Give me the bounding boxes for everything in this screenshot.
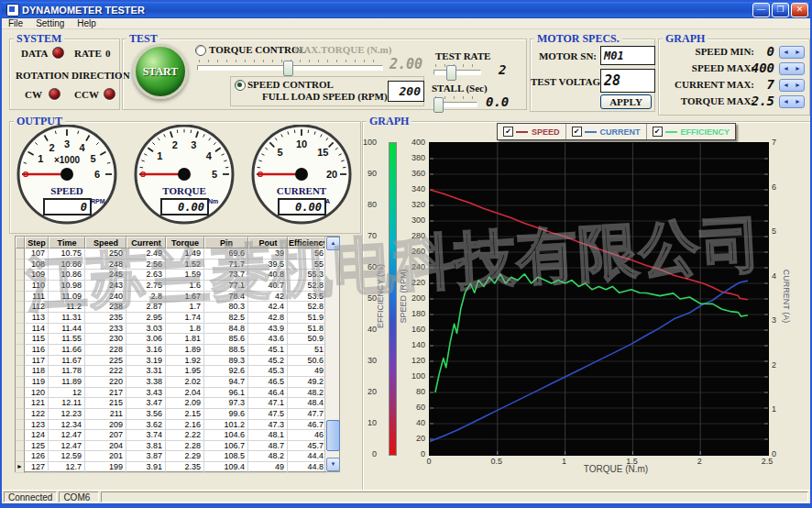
start-button[interactable]: START xyxy=(133,44,188,99)
spin-right-icon[interactable]: ► xyxy=(795,81,801,90)
title-bar[interactable]: DYNAMOMETER TESTER — ❐ ✕ xyxy=(2,2,810,18)
row-selector-cell[interactable] xyxy=(16,270,25,281)
setting-spinner[interactable]: ◄► xyxy=(779,79,805,92)
max-torque-slider[interactable] xyxy=(197,60,383,74)
test-voltage-input[interactable]: 28 xyxy=(600,69,655,93)
row-selector-cell[interactable] xyxy=(16,313,25,324)
table-row[interactable]: 11711.672253.191.9289.345.250.6 xyxy=(16,356,339,367)
stall-slider[interactable] xyxy=(433,96,477,111)
table-cell: 51.9 xyxy=(288,313,327,324)
max-torque-slider-thumb[interactable] xyxy=(283,61,293,76)
table-cell: 2.04 xyxy=(166,388,204,399)
column-header[interactable]: Step xyxy=(25,237,49,248)
row-selector-cell[interactable] xyxy=(16,248,25,260)
table-row[interactable]: 10710.752502.491.4969.63956 xyxy=(16,248,339,260)
minimize-icon[interactable]: — xyxy=(752,3,770,17)
setting-label: CURRENT MAX: xyxy=(659,79,754,90)
axis-tick-label: 0 xyxy=(772,449,790,458)
legend-checkbox[interactable]: ✔ xyxy=(572,127,582,137)
row-selector-cell[interactable] xyxy=(16,356,25,367)
torque-control-radio[interactable] xyxy=(195,45,206,56)
column-header[interactable]: Efficiency xyxy=(288,237,327,248)
legend-checkbox[interactable]: ✔ xyxy=(503,127,513,137)
row-selector-cell[interactable] xyxy=(16,345,25,356)
table-row[interactable]: 11811.782223.311.9592.645.349 xyxy=(16,366,339,377)
table-cell: 11.31 xyxy=(49,313,85,324)
table-row[interactable]: 10810.862482.561.5271.739.555 xyxy=(16,260,339,271)
spin-right-icon[interactable]: ► xyxy=(795,48,801,57)
column-header[interactable]: Speed xyxy=(85,237,126,248)
motor-sn-input[interactable]: M01 xyxy=(600,46,655,65)
table-row[interactable]: ►12712.71993.912.35109.44944.8 xyxy=(16,462,339,473)
menu-setting[interactable]: Setting xyxy=(29,18,71,28)
table-row[interactable]: 12412.472073.742.22104.648.146 xyxy=(16,430,339,441)
setting-spinner[interactable]: ◄► xyxy=(779,62,805,75)
table-row[interactable]: 11211.22382.871.780.342.452.8 xyxy=(16,302,339,313)
test-rate-slider-thumb[interactable] xyxy=(446,65,456,81)
table-row[interactable]: 11311.312352.951.7482.542.851.9 xyxy=(16,313,339,324)
setting-spinner[interactable]: ◄► xyxy=(779,46,805,59)
table-cell: 45.1 xyxy=(248,345,288,356)
row-selector-cell[interactable] xyxy=(16,366,25,377)
row-selector-cell[interactable] xyxy=(16,292,25,303)
column-header[interactable]: Pin xyxy=(204,237,248,248)
test-rate-slider[interactable] xyxy=(433,64,481,79)
row-selector-cell[interactable] xyxy=(16,409,25,420)
row-selector-cell[interactable] xyxy=(16,430,25,441)
apply-button[interactable]: APPLY xyxy=(600,94,652,109)
row-selector-cell[interactable] xyxy=(16,260,25,271)
spin-right-icon[interactable]: ► xyxy=(795,64,801,73)
table-row[interactable]: 11010.982432.751.677.140.752.8 xyxy=(16,281,339,292)
spin-right-icon[interactable]: ► xyxy=(795,97,801,106)
table-cell: 47.5 xyxy=(248,409,288,420)
table-cell: 12.23 xyxy=(49,409,85,420)
stall-slider-thumb[interactable] xyxy=(433,97,444,113)
row-selector-cell[interactable]: ► xyxy=(16,462,25,473)
speed-control-label: SPEED CONTROL xyxy=(247,79,334,90)
scrollbar-thumb[interactable] xyxy=(326,420,340,451)
row-selector-cell[interactable] xyxy=(16,398,25,409)
scroll-down-icon[interactable]: ▼ xyxy=(326,458,340,471)
table-row[interactable]: 11611.662283.161.8988.545.151 xyxy=(16,345,339,356)
menu-help[interactable]: Help xyxy=(71,18,103,28)
table-cell: 78.4 xyxy=(204,292,248,303)
restore-icon[interactable]: ❐ xyxy=(772,3,789,17)
speed-control-radio[interactable] xyxy=(235,80,246,91)
row-selector-cell[interactable] xyxy=(16,451,25,462)
row-selector-cell[interactable] xyxy=(16,441,25,452)
column-header[interactable]: Torque xyxy=(166,237,204,248)
table-row[interactable]: 11511.552303.061.8185.643.650.9 xyxy=(16,334,339,345)
row-selector-cell[interactable] xyxy=(16,334,25,345)
row-selector-cell[interactable] xyxy=(16,281,25,292)
scroll-up-icon[interactable]: ▲ xyxy=(326,237,340,250)
menu-file[interactable]: File xyxy=(2,18,29,28)
full-load-speed-input[interactable]: 200 xyxy=(388,81,424,102)
setting-spinner[interactable]: ◄► xyxy=(779,95,805,108)
table-row[interactable]: 11111.092402.81.6778.44253.5 xyxy=(16,292,339,303)
row-selector-cell[interactable] xyxy=(16,302,25,313)
gauge-unit: A xyxy=(325,198,330,204)
close-icon[interactable]: ✕ xyxy=(791,3,808,17)
table-row[interactable]: 10910.862452.631.5973.740.855.3 xyxy=(16,270,339,281)
column-header[interactable]: Pout xyxy=(248,237,288,248)
row-selector-cell[interactable] xyxy=(16,377,25,388)
table-row[interactable]: 12512.472043.812.28106.748.745.7 xyxy=(16,441,339,452)
legend-checkbox[interactable]: ✔ xyxy=(653,127,663,137)
table-row[interactable]: 11911.892203.382.0294.746.549.2 xyxy=(16,377,339,388)
column-header[interactable]: Current xyxy=(126,237,166,248)
spin-left-icon[interactable]: ◄ xyxy=(783,81,789,90)
column-header[interactable]: Time xyxy=(49,237,85,248)
table-row[interactable]: 12312.342093.622.16101.247.346.7 xyxy=(16,420,339,431)
spin-left-icon[interactable]: ◄ xyxy=(783,64,789,73)
table-scrollbar[interactable]: ▲ ▼ xyxy=(324,237,339,471)
table-row[interactable]: 120122173.432.0496.146.448.2 xyxy=(16,388,339,399)
row-selector-cell[interactable] xyxy=(16,388,25,399)
spin-left-icon[interactable]: ◄ xyxy=(783,97,789,106)
table-row[interactable]: 12612.592013.872.29108.548.244.4 xyxy=(16,451,339,462)
row-selector-cell[interactable] xyxy=(16,324,25,335)
table-row[interactable]: 11411.442333.031.884.843.951.8 xyxy=(16,324,339,335)
spin-left-icon[interactable]: ◄ xyxy=(783,48,789,57)
table-row[interactable]: 12212.232113.562.1599.647.547.7 xyxy=(16,409,339,420)
table-row[interactable]: 12112.112153.472.0997.347.148.4 xyxy=(16,398,339,409)
row-selector-cell[interactable] xyxy=(16,420,25,431)
